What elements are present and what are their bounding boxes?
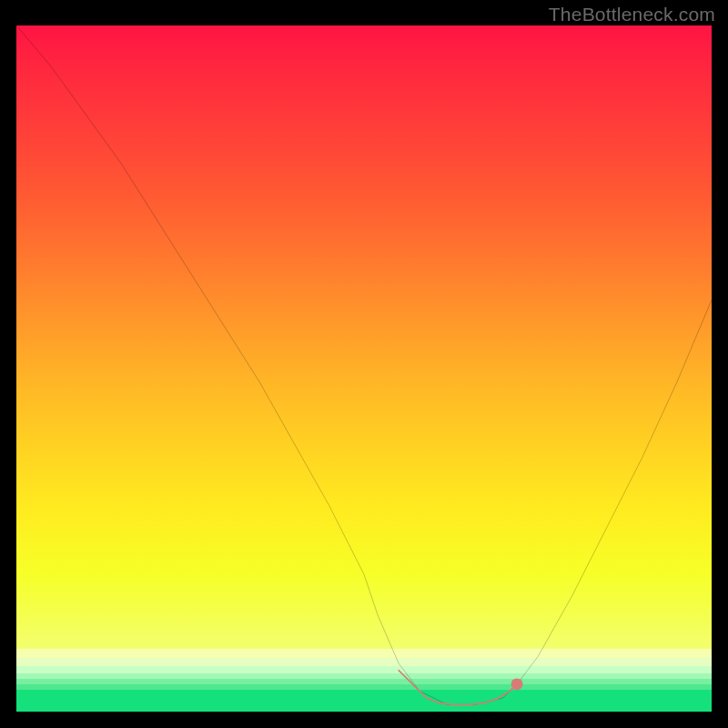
watermark-text: TheBottleneck.com: [549, 4, 715, 25]
bottleneck-curve: [16, 25, 712, 704]
optimal-region-highlight: [399, 671, 517, 705]
chart-stage: TheBottleneck.com: [0, 0, 728, 728]
plot-area: [16, 25, 712, 712]
optimal-region-end-dot: [511, 678, 523, 690]
curve-layer: [16, 25, 712, 712]
